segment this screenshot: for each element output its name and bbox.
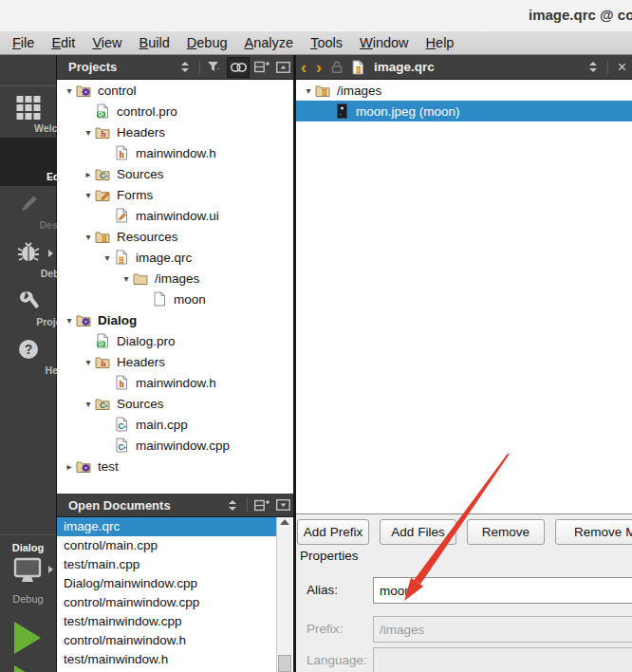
folder-h-icon: h	[95, 354, 110, 369]
tree-row[interactable]: ▾ h Headers	[57, 351, 293, 372]
sidebar-item-help[interactable]: ? Help	[0, 331, 56, 380]
alias-field[interactable]	[373, 577, 632, 604]
sort-updown-icon[interactable]	[177, 59, 194, 76]
expand-icon[interactable]: ▸	[63, 461, 76, 472]
collapse-icon[interactable]: ▾	[63, 85, 76, 96]
collapse-icon[interactable]: ▾	[82, 399, 95, 409]
svg-text:h: h	[120, 380, 125, 389]
open-document-item[interactable]: test/mainwindow.cpp	[57, 612, 277, 631]
tree-row[interactable]: Qt control.pro	[57, 101, 293, 121]
tree-row[interactable]: ▾ h Headers	[57, 121, 293, 142]
svg-text:?: ?	[24, 342, 32, 357]
folder-h-icon: h	[95, 124, 110, 140]
doc-qrc-icon	[114, 250, 129, 265]
tree-row[interactable]: ▾ image.qrc	[57, 247, 293, 268]
menu-help[interactable]: Help	[418, 31, 463, 54]
tree-row[interactable]: C+ mainwindow.cpp	[57, 435, 293, 456]
collapse-icon[interactable]: ▾	[120, 273, 133, 284]
open-document-item[interactable]: test/mainwindow.h	[57, 650, 277, 669]
lock-icon	[328, 59, 345, 76]
menu-build[interactable]: Build	[131, 31, 178, 54]
sidebar-item-projects[interactable]: Projects	[0, 283, 56, 331]
tree-row[interactable]: ▾ /images	[57, 268, 293, 289]
open-document-item[interactable]: control/mainwindow.h	[57, 631, 277, 650]
resource-editor-controls: Add PrefixAdd FilesRemoveRemove Missing …	[296, 513, 632, 672]
tree-row[interactable]: ▾ control	[57, 80, 293, 101]
expand-icon[interactable]: ▸	[82, 169, 95, 179]
forward-icon[interactable]: ›	[311, 60, 326, 75]
kit-selector-button[interactable]	[0, 556, 56, 588]
scrollbar-thumb[interactable]	[278, 655, 291, 672]
tree-row[interactable]: C+ main.cpp	[57, 414, 293, 435]
svg-text:Qt: Qt	[98, 341, 103, 346]
collapse-icon[interactable]: ▾	[82, 232, 95, 242]
tree-row[interactable]: ▸ C+ Sources	[57, 163, 293, 184]
folder-qrc-icon	[95, 229, 110, 244]
open-documents-scrollbar[interactable]	[276, 517, 292, 672]
doc-cpp-icon: C+	[114, 438, 129, 453]
collapse-icon[interactable]: ▾	[82, 357, 95, 367]
run-debug-icon[interactable]	[14, 665, 41, 672]
menu-view[interactable]: View	[84, 31, 130, 54]
tree-row[interactable]: moon	[57, 289, 293, 309]
split-pane-icon[interactable]	[253, 59, 270, 76]
collapse-icon[interactable]: ▾	[101, 252, 114, 263]
close-pane-icon[interactable]	[274, 59, 291, 76]
tree-row[interactable]: h mainwindow.h	[57, 372, 293, 393]
tree-row[interactable]: ▾ C+ Sources	[57, 393, 293, 414]
remove-button[interactable]: Remove	[467, 519, 545, 545]
sort-updown-icon[interactable]	[224, 496, 241, 513]
filter-funnel-icon[interactable]	[206, 59, 223, 76]
close-pane-icon[interactable]	[274, 496, 291, 513]
run-icon[interactable]	[14, 622, 41, 654]
projects-panel: Projects ▾ control Qt control.pro	[57, 55, 293, 494]
add-files-button[interactable]: Add Files	[380, 519, 456, 545]
link-editor-icon[interactable]	[227, 57, 250, 78]
kit-project-label: Dialog	[0, 542, 56, 553]
editor-tab-title: image.qrc	[374, 60, 435, 74]
tree-row[interactable]: ▾ Dialog	[57, 309, 293, 330]
open-document-item[interactable]: control/mainwindow.cpp	[57, 593, 277, 612]
menu-edit[interactable]: Edit	[43, 31, 84, 54]
split-pane-icon[interactable]	[253, 496, 270, 513]
tree-row[interactable]: h mainwindow.h	[57, 142, 293, 163]
sidebar-item-design[interactable]: Design	[0, 186, 56, 234]
svg-text:Qt: Qt	[98, 111, 103, 117]
open-document-item[interactable]: test/main.cpp	[57, 555, 277, 574]
menu-debug[interactable]: Debug	[178, 31, 236, 54]
tree-row[interactable]: mainwindow.ui	[57, 205, 293, 226]
svg-text:+: +	[105, 402, 109, 408]
open-document-item[interactable]: control/main.cpp	[57, 536, 277, 555]
collapse-icon[interactable]: ▾	[302, 85, 315, 96]
open-documents-title: Open Documents	[57, 498, 171, 513]
tree-row[interactable]: ▾ Resources	[57, 226, 293, 247]
open-document-item[interactable]: image.qrc	[57, 517, 277, 536]
doc-qt-icon: Qt	[95, 333, 110, 348]
open-document-item[interactable]: Dialog/mainwindow.cpp	[57, 574, 277, 593]
close-icon[interactable]: ×	[612, 59, 632, 76]
tree-row[interactable]: ▸ test	[57, 456, 293, 476]
sidebar-item-edit[interactable]: Edit	[0, 138, 56, 186]
design-pencil-icon	[17, 193, 40, 219]
add-prefix-button[interactable]: Add Prefix	[297, 519, 369, 545]
tree-row[interactable]: ▾ Forms	[57, 184, 293, 205]
qt-creator-window: image.qrc @ con FileEditViewBuildDebugAn…	[0, 0, 632, 672]
scroll-up-icon[interactable]	[280, 519, 289, 525]
tree-row[interactable]: Qt Dialog.pro	[57, 330, 293, 351]
back-icon[interactable]: ‹	[296, 60, 311, 75]
sidebar-item-debug[interactable]: Debug	[0, 234, 56, 283]
collapse-icon[interactable]: ▾	[82, 190, 95, 200]
sort-updown-icon[interactable]	[585, 59, 602, 76]
collapse-icon[interactable]: ▾	[82, 127, 95, 138]
tree-row[interactable]: moon.jpeg (moon)	[296, 101, 632, 121]
remove-missing-button[interactable]: Remove Missing	[555, 519, 632, 545]
header-separator	[247, 498, 248, 512]
menu-file[interactable]: File	[4, 31, 43, 54]
menu-window[interactable]: Window	[351, 31, 418, 54]
sidebar-item-welcome[interactable]: Welcome	[0, 89, 56, 138]
folder-ui-icon	[95, 187, 110, 202]
collapse-icon[interactable]: ▾	[63, 315, 76, 326]
menu-analyze[interactable]: Analyze	[236, 31, 303, 54]
menu-tools[interactable]: Tools	[302, 31, 351, 54]
tree-row[interactable]: ▾ /images	[296, 80, 632, 101]
